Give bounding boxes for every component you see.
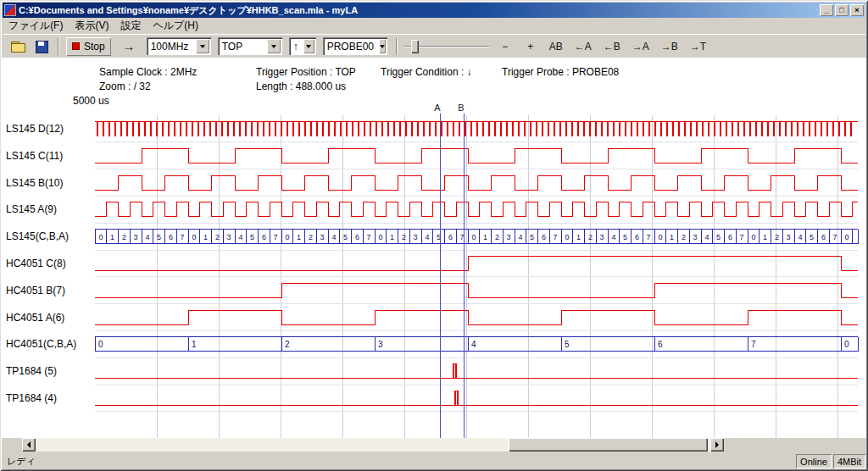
bus-value: 0 <box>844 340 849 349</box>
title-bar[interactable]: C:¥Documents and Settings¥noname¥デスクトップ¥… <box>3 3 865 18</box>
bus-value: 6 <box>658 340 663 349</box>
bus-value: 7 <box>833 233 837 241</box>
bus-value: 3 <box>378 340 383 349</box>
bus-value: 2 <box>215 233 220 241</box>
bus-value: 0 <box>565 233 569 241</box>
bus-value: 6 <box>355 233 359 241</box>
ab-cursor-button[interactable]: AB <box>547 38 565 55</box>
chevron-down-icon[interactable] <box>267 39 281 53</box>
menu-file[interactable]: ファイル(F) <box>3 17 69 35</box>
status-online: Online <box>796 454 832 468</box>
bus-value: 6 <box>635 233 639 241</box>
open-file-icon[interactable] <box>10 40 25 53</box>
bus-value: 7 <box>751 340 756 349</box>
horizontal-scrollbar[interactable] <box>2 438 866 452</box>
goto-cursor-b-left-button[interactable]: ←B <box>601 38 623 55</box>
stop-label: Stop <box>84 41 105 53</box>
bus-value: 2 <box>495 233 499 241</box>
channel-label[interactable]: LS145(C,B,A) <box>6 230 69 242</box>
goto-cursor-a-left-button[interactable]: ←A <box>572 38 594 55</box>
bus-value: 1 <box>110 233 114 241</box>
bus-value: 3 <box>600 233 604 241</box>
scroll-left-button[interactable] <box>22 438 36 452</box>
goto-cursor-b-right-button[interactable]: →B <box>659 38 681 55</box>
bus-value: 0 <box>285 233 289 241</box>
bus-outline <box>95 337 858 352</box>
trigger-probe-info: Trigger Probe : PROBE08 <box>502 66 619 78</box>
channel-label[interactable]: LS145 A(9) <box>6 203 57 215</box>
save-file-icon[interactable] <box>34 40 49 53</box>
toolbar: Stop → 100MHz TOP ↑ PROBE00 − + AB ←A ←B… <box>3 34 865 58</box>
stop-button[interactable]: Stop <box>66 37 111 56</box>
chevron-down-icon[interactable] <box>196 39 209 53</box>
sample-clock-select[interactable]: 100MHz <box>147 37 211 55</box>
run-button[interactable]: → <box>120 38 138 55</box>
bus-value: 4 <box>704 233 709 241</box>
length-info: Length : 488.000 us <box>256 80 346 92</box>
bus-value: 2 <box>682 233 686 241</box>
bus-value: 3 <box>320 233 325 241</box>
channel-label[interactable]: HC4051 C(8) <box>6 258 66 269</box>
zoom-slider[interactable] <box>404 38 489 55</box>
bus-value: 7 <box>647 233 651 241</box>
status-ready: レディ <box>3 454 794 468</box>
bus-value: 0 <box>98 233 103 241</box>
bus-value: 5 <box>250 233 254 241</box>
scroll-right-button[interactable] <box>710 438 724 452</box>
channel-label[interactable]: TP1684 (4) <box>6 392 57 404</box>
bus-value: 2 <box>775 233 779 241</box>
status-bar: レディ Online 4MBit <box>2 453 866 468</box>
bus-value: 6 <box>821 233 826 241</box>
zoom-slider-thumb[interactable] <box>411 40 419 53</box>
waveform-square <box>95 175 858 190</box>
bus-value: 5 <box>343 233 348 241</box>
sample-clock-info: Sample Clock : 2MHz <box>99 66 197 78</box>
waveform-pulse <box>95 391 858 406</box>
bus-value: 7 <box>274 233 278 241</box>
bus-value: 1 <box>192 340 197 349</box>
channel-label[interactable]: HC4051 A(6) <box>6 312 64 324</box>
maximize-button[interactable]: □ <box>835 4 849 16</box>
goto-cursor-a-right-button[interactable]: →A <box>630 38 652 55</box>
zoom-in-button[interactable]: + <box>521 38 540 55</box>
channel-label[interactable]: LS145 B(10) <box>6 177 63 189</box>
minimize-button[interactable]: _ <box>820 4 833 16</box>
bus-value: 1 <box>390 233 394 241</box>
close-button[interactable]: × <box>850 4 864 16</box>
trigger-edge-select[interactable]: ↑ <box>289 37 316 55</box>
bus-value: 4 <box>471 340 476 349</box>
trigger-probe-select[interactable]: PROBE00 <box>323 37 387 55</box>
bus-value: 6 <box>448 233 453 241</box>
channel-label[interactable]: LS145 D(12) <box>6 123 64 135</box>
bus-value: 7 <box>367 233 371 241</box>
trigger-position-select[interactable]: TOP <box>218 37 282 55</box>
menu-view[interactable]: 表示(V) <box>69 17 114 35</box>
bus-value: 3 <box>507 233 511 241</box>
goto-trigger-button[interactable]: →T <box>687 38 709 55</box>
bus-value: 1 <box>576 233 581 241</box>
zoom-out-button[interactable]: − <box>496 38 515 55</box>
sample-clock-value: 100MHz <box>151 41 191 53</box>
bus-value: 2 <box>285 340 290 349</box>
toolbar-separator <box>396 38 398 55</box>
app-window: C:¥Documents and Settings¥noname¥デスクトップ¥… <box>0 0 868 471</box>
channel-label[interactable]: HC4051 B(7) <box>6 285 65 296</box>
channel-label[interactable]: LS145 C(11) <box>6 150 63 162</box>
bus-value: 7 <box>554 233 558 241</box>
bus-value: 4 <box>238 233 242 241</box>
bus-value: 4 <box>145 233 149 241</box>
menu-help[interactable]: ヘルプ(H) <box>147 17 204 35</box>
scrollbar-thumb[interactable] <box>509 438 708 452</box>
bus-value: 1 <box>483 233 487 241</box>
bus-value: 1 <box>670 233 674 241</box>
status-memory: 4MBit <box>833 454 865 468</box>
trigger-edge-value: ↑ <box>293 41 298 53</box>
channel-label[interactable]: TP1684 (5) <box>6 365 57 377</box>
bus-value: 5 <box>530 233 534 241</box>
bus-value: 5 <box>810 233 814 241</box>
menu-settings[interactable]: 設定 <box>114 17 147 35</box>
channel-label[interactable]: HC4051(C,B,A) <box>6 338 76 350</box>
chevron-down-icon[interactable] <box>379 39 386 53</box>
bus-value: 1 <box>763 233 767 241</box>
chevron-down-icon[interactable] <box>303 39 314 53</box>
